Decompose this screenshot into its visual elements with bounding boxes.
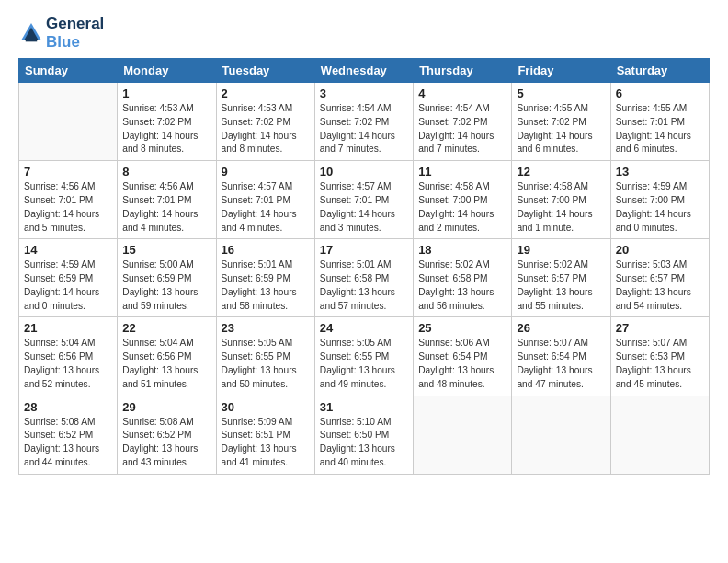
calendar-cell: 5Sunrise: 4:55 AM Sunset: 7:02 PM Daylig… — [512, 83, 610, 161]
day-number: 21 — [24, 321, 112, 335]
day-info: Sunrise: 4:53 AM Sunset: 7:02 PM Dayligh… — [122, 102, 210, 156]
day-info: Sunrise: 4:57 AM Sunset: 7:01 PM Dayligh… — [320, 180, 408, 235]
day-number: 7 — [24, 165, 112, 178]
calendar-cell: 14Sunrise: 4:59 AM Sunset: 6:59 PM Dayli… — [19, 239, 118, 317]
day-number: 8 — [122, 165, 210, 178]
calendar-cell: 24Sunrise: 5:05 AM Sunset: 6:55 PM Dayli… — [314, 317, 413, 396]
logo: General Blue — [18, 15, 104, 51]
day-info: Sunrise: 5:02 AM Sunset: 6:57 PM Dayligh… — [517, 259, 605, 313]
calendar-cell: 22Sunrise: 5:04 AM Sunset: 6:56 PM Dayli… — [118, 317, 216, 396]
day-info: Sunrise: 4:59 AM Sunset: 6:59 PM Dayligh… — [24, 259, 112, 313]
calendar-cell: 10Sunrise: 4:57 AM Sunset: 7:01 PM Dayli… — [314, 161, 413, 239]
day-number: 19 — [517, 243, 605, 257]
day-number: 3 — [320, 86, 408, 100]
day-info: Sunrise: 4:57 AM Sunset: 7:01 PM Dayligh… — [222, 180, 310, 235]
day-info: Sunrise: 5:01 AM Sunset: 6:59 PM Dayligh… — [222, 259, 310, 313]
svg-rect-2 — [26, 39, 37, 41]
calendar-cell: 1Sunrise: 4:53 AM Sunset: 7:02 PM Daylig… — [118, 83, 216, 161]
day-number: 24 — [320, 321, 408, 335]
day-number: 16 — [222, 243, 310, 257]
calendar-container: General Blue SundayMondayTuesdayWednesda… — [0, 0, 728, 484]
day-number: 31 — [320, 400, 408, 414]
week-row-1: 1Sunrise: 4:53 AM Sunset: 7:02 PM Daylig… — [19, 83, 710, 161]
day-number: 30 — [222, 400, 310, 414]
calendar-cell — [512, 396, 610, 474]
calendar-cell: 23Sunrise: 5:05 AM Sunset: 6:55 PM Dayli… — [216, 317, 314, 396]
calendar-table: SundayMondayTuesdayWednesdayThursdayFrid… — [18, 58, 710, 475]
day-number: 15 — [122, 243, 210, 257]
calendar-cell: 11Sunrise: 4:58 AM Sunset: 7:00 PM Dayli… — [414, 161, 512, 239]
header-row: General Blue — [18, 15, 710, 51]
day-info: Sunrise: 4:56 AM Sunset: 7:01 PM Dayligh… — [24, 180, 112, 235]
calendar-cell: 19Sunrise: 5:02 AM Sunset: 6:57 PM Dayli… — [512, 239, 610, 317]
calendar-cell: 9Sunrise: 4:57 AM Sunset: 7:01 PM Daylig… — [216, 161, 314, 239]
day-info: Sunrise: 5:06 AM Sunset: 6:54 PM Dayligh… — [418, 337, 506, 391]
day-header-friday: Friday — [512, 59, 610, 83]
day-info: Sunrise: 5:04 AM Sunset: 6:56 PM Dayligh… — [24, 337, 112, 391]
day-info: Sunrise: 5:05 AM Sunset: 6:55 PM Dayligh… — [222, 337, 310, 391]
day-info: Sunrise: 4:53 AM Sunset: 7:02 PM Dayligh… — [222, 102, 310, 156]
week-row-2: 7Sunrise: 4:56 AM Sunset: 7:01 PM Daylig… — [19, 161, 710, 239]
calendar-cell: 12Sunrise: 4:58 AM Sunset: 7:00 PM Dayli… — [512, 161, 610, 239]
day-info: Sunrise: 5:00 AM Sunset: 6:59 PM Dayligh… — [122, 259, 210, 313]
day-number: 23 — [222, 321, 310, 335]
calendar-cell: 25Sunrise: 5:06 AM Sunset: 6:54 PM Dayli… — [414, 317, 512, 396]
day-info: Sunrise: 5:03 AM Sunset: 6:57 PM Dayligh… — [616, 259, 704, 313]
calendar-cell — [414, 396, 512, 474]
calendar-cell: 4Sunrise: 4:54 AM Sunset: 7:02 PM Daylig… — [414, 83, 512, 161]
calendar-body: 1Sunrise: 4:53 AM Sunset: 7:02 PM Daylig… — [19, 83, 710, 475]
day-number: 12 — [517, 165, 605, 178]
day-info: Sunrise: 5:05 AM Sunset: 6:55 PM Dayligh… — [320, 337, 408, 391]
day-info: Sunrise: 4:55 AM Sunset: 7:02 PM Dayligh… — [517, 102, 605, 156]
day-number: 1 — [122, 86, 210, 100]
calendar-cell: 15Sunrise: 5:00 AM Sunset: 6:59 PM Dayli… — [118, 239, 216, 317]
calendar-cell: 13Sunrise: 4:59 AM Sunset: 7:00 PM Dayli… — [610, 161, 709, 239]
day-info: Sunrise: 5:07 AM Sunset: 6:54 PM Dayligh… — [517, 337, 605, 391]
day-number: 29 — [122, 400, 210, 414]
day-number: 28 — [24, 400, 112, 414]
day-number: 18 — [418, 243, 506, 257]
logo-text: General Blue — [46, 15, 104, 51]
day-info: Sunrise: 5:08 AM Sunset: 6:52 PM Dayligh… — [24, 416, 112, 470]
day-number: 6 — [616, 86, 704, 100]
day-number: 22 — [122, 321, 210, 335]
day-number: 27 — [616, 321, 704, 335]
calendar-cell: 28Sunrise: 5:08 AM Sunset: 6:52 PM Dayli… — [19, 396, 118, 474]
calendar-cell: 7Sunrise: 4:56 AM Sunset: 7:01 PM Daylig… — [19, 161, 118, 239]
day-info: Sunrise: 5:08 AM Sunset: 6:52 PM Dayligh… — [122, 416, 210, 470]
day-number: 13 — [616, 165, 704, 178]
calendar-cell: 17Sunrise: 5:01 AM Sunset: 6:58 PM Dayli… — [314, 239, 413, 317]
day-info: Sunrise: 4:54 AM Sunset: 7:02 PM Dayligh… — [418, 102, 506, 156]
day-info: Sunrise: 4:56 AM Sunset: 7:01 PM Dayligh… — [122, 180, 210, 235]
day-number: 9 — [222, 165, 310, 178]
day-info: Sunrise: 5:09 AM Sunset: 6:51 PM Dayligh… — [222, 416, 310, 470]
day-info: Sunrise: 4:54 AM Sunset: 7:02 PM Dayligh… — [320, 102, 408, 156]
calendar-cell: 31Sunrise: 5:10 AM Sunset: 6:50 PM Dayli… — [314, 396, 413, 474]
day-info: Sunrise: 4:58 AM Sunset: 7:00 PM Dayligh… — [517, 180, 605, 235]
day-number: 10 — [320, 165, 408, 178]
day-info: Sunrise: 4:58 AM Sunset: 7:00 PM Dayligh… — [418, 180, 506, 235]
days-header-row: SundayMondayTuesdayWednesdayThursdayFrid… — [19, 59, 710, 83]
day-number: 14 — [24, 243, 112, 257]
day-header-thursday: Thursday — [414, 59, 512, 83]
day-header-saturday: Saturday — [610, 59, 709, 83]
day-number: 5 — [517, 86, 605, 100]
day-header-tuesday: Tuesday — [216, 59, 314, 83]
day-info: Sunrise: 5:10 AM Sunset: 6:50 PM Dayligh… — [320, 416, 408, 470]
day-number: 20 — [616, 243, 704, 257]
week-row-4: 21Sunrise: 5:04 AM Sunset: 6:56 PM Dayli… — [19, 317, 710, 396]
day-info: Sunrise: 5:01 AM Sunset: 6:58 PM Dayligh… — [320, 259, 408, 313]
calendar-cell: 8Sunrise: 4:56 AM Sunset: 7:01 PM Daylig… — [118, 161, 216, 239]
day-header-sunday: Sunday — [19, 59, 118, 83]
calendar-cell: 18Sunrise: 5:02 AM Sunset: 6:58 PM Dayli… — [414, 239, 512, 317]
calendar-cell: 27Sunrise: 5:07 AM Sunset: 6:53 PM Dayli… — [610, 317, 709, 396]
calendar-cell — [610, 396, 709, 474]
calendar-cell: 2Sunrise: 4:53 AM Sunset: 7:02 PM Daylig… — [216, 83, 314, 161]
calendar-cell: 30Sunrise: 5:09 AM Sunset: 6:51 PM Dayli… — [216, 396, 314, 474]
day-header-wednesday: Wednesday — [314, 59, 413, 83]
day-number: 26 — [517, 321, 605, 335]
day-number: 2 — [222, 86, 310, 100]
calendar-cell: 26Sunrise: 5:07 AM Sunset: 6:54 PM Dayli… — [512, 317, 610, 396]
day-info: Sunrise: 5:04 AM Sunset: 6:56 PM Dayligh… — [122, 337, 210, 391]
calendar-cell: 16Sunrise: 5:01 AM Sunset: 6:59 PM Dayli… — [216, 239, 314, 317]
